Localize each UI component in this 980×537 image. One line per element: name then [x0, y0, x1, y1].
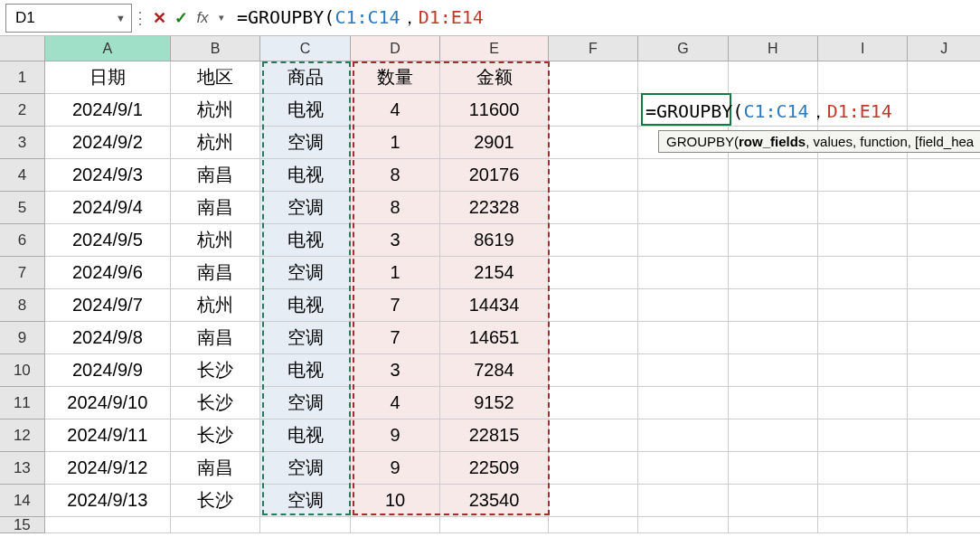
table-cell[interactable]: 9152	[440, 387, 548, 419]
table-cell[interactable]: 3	[351, 224, 440, 257]
table-cell[interactable]	[729, 192, 818, 224]
table-cell[interactable]	[549, 127, 638, 159]
row-header[interactable]: 5	[0, 192, 45, 224]
table-cell[interactable]	[351, 517, 440, 533]
table-cell[interactable]	[818, 354, 908, 387]
table-cell[interactable]: 2024/9/11	[45, 419, 171, 452]
table-cell[interactable]: 南昌	[171, 192, 260, 224]
table-cell[interactable]: 2024/9/7	[45, 289, 171, 322]
table-cell[interactable]	[908, 322, 980, 354]
table-cell[interactable]: 2024/9/6	[45, 257, 171, 289]
table-cell[interactable]	[638, 257, 728, 289]
table-cell[interactable]: 22815	[440, 419, 548, 452]
row-header[interactable]: 15	[0, 517, 45, 533]
table-cell[interactable]: 4	[351, 387, 440, 419]
table-cell[interactable]: 7284	[440, 354, 548, 387]
table-cell[interactable]: 南昌	[171, 452, 260, 485]
table-cell[interactable]	[549, 61, 638, 94]
table-cell[interactable]: 杭州	[171, 289, 260, 322]
row-header[interactable]: 2	[0, 94, 45, 127]
table-cell[interactable]	[729, 517, 818, 533]
col-header-J[interactable]: J	[908, 36, 980, 61]
table-cell[interactable]	[818, 485, 908, 517]
table-cell[interactable]	[171, 517, 260, 533]
table-cell[interactable]: 空调	[260, 192, 350, 224]
table-cell[interactable]	[908, 159, 980, 192]
table-cell[interactable]	[908, 192, 980, 224]
table-cell[interactable]	[638, 419, 728, 452]
col-header-F[interactable]: F	[549, 36, 638, 61]
table-cell[interactable]	[908, 452, 980, 485]
table-cell[interactable]: 地区	[171, 61, 260, 94]
table-cell[interactable]: 9	[351, 419, 440, 452]
table-cell[interactable]	[549, 387, 638, 419]
table-cell[interactable]: 南昌	[171, 322, 260, 354]
row-header[interactable]: 9	[0, 322, 45, 354]
table-cell[interactable]: 电视	[260, 224, 350, 257]
table-cell[interactable]: 空调	[260, 387, 350, 419]
table-cell[interactable]	[729, 127, 818, 159]
table-cell[interactable]	[818, 61, 908, 94]
table-cell[interactable]: 2024/9/5	[45, 224, 171, 257]
table-cell[interactable]: 2024/9/4	[45, 192, 171, 224]
table-cell[interactable]	[638, 192, 728, 224]
col-header-C[interactable]: C	[260, 36, 350, 61]
table-cell[interactable]: 11600	[440, 94, 548, 127]
table-cell[interactable]: 2024/9/3	[45, 159, 171, 192]
table-cell[interactable]	[729, 485, 818, 517]
row-header[interactable]: 3	[0, 127, 45, 159]
table-cell[interactable]	[638, 452, 728, 485]
table-cell[interactable]	[549, 517, 638, 533]
table-cell[interactable]: 空调	[260, 485, 350, 517]
table-cell[interactable]: 数量	[351, 61, 440, 94]
table-cell[interactable]: 2154	[440, 257, 548, 289]
col-header-I[interactable]: I	[818, 36, 908, 61]
select-all-corner[interactable]	[0, 36, 45, 61]
table-cell[interactable]: 14651	[440, 322, 548, 354]
table-cell[interactable]: 2024/9/12	[45, 452, 171, 485]
table-cell[interactable]	[818, 257, 908, 289]
table-cell[interactable]: 空调	[260, 322, 350, 354]
table-cell[interactable]	[549, 452, 638, 485]
row-header[interactable]: 10	[0, 354, 45, 387]
table-cell[interactable]	[818, 224, 908, 257]
table-cell[interactable]: 2024/9/8	[45, 322, 171, 354]
table-cell[interactable]: 杭州	[171, 94, 260, 127]
table-cell[interactable]: 8619	[440, 224, 548, 257]
table-cell[interactable]	[638, 485, 728, 517]
table-cell[interactable]: 8	[351, 192, 440, 224]
table-cell[interactable]	[638, 127, 728, 159]
table-cell[interactable]: 长沙	[171, 419, 260, 452]
table-cell[interactable]	[729, 322, 818, 354]
table-cell[interactable]	[908, 224, 980, 257]
table-cell[interactable]: 电视	[260, 354, 350, 387]
table-cell[interactable]	[549, 419, 638, 452]
table-cell[interactable]: 日期	[45, 61, 171, 94]
formula-input[interactable]: =GROUPBY(C1:C14，D1:E14	[230, 5, 980, 30]
table-cell[interactable]	[818, 289, 908, 322]
row-header[interactable]: 11	[0, 387, 45, 419]
table-cell[interactable]	[549, 224, 638, 257]
table-cell[interactable]	[908, 61, 980, 94]
table-cell[interactable]: 长沙	[171, 354, 260, 387]
table-cell[interactable]	[549, 322, 638, 354]
table-cell[interactable]	[549, 94, 638, 127]
table-cell[interactable]: 商品	[260, 61, 350, 94]
table-cell[interactable]	[818, 517, 908, 533]
table-cell[interactable]	[549, 257, 638, 289]
table-cell[interactable]	[729, 419, 818, 452]
table-cell[interactable]	[729, 354, 818, 387]
table-cell[interactable]: 22328	[440, 192, 548, 224]
row-header[interactable]: 7	[0, 257, 45, 289]
table-cell[interactable]: 2901	[440, 127, 548, 159]
table-cell[interactable]	[818, 419, 908, 452]
table-cell[interactable]: 2024/9/1	[45, 94, 171, 127]
table-cell[interactable]	[818, 94, 908, 127]
table-cell[interactable]: 电视	[260, 419, 350, 452]
row-header[interactable]: 14	[0, 485, 45, 517]
table-cell[interactable]: 南昌	[171, 159, 260, 192]
chevron-down-icon[interactable]: ▼	[116, 13, 126, 24]
table-cell[interactable]	[908, 517, 980, 533]
table-cell[interactable]: 7	[351, 289, 440, 322]
table-cell[interactable]	[638, 159, 728, 192]
